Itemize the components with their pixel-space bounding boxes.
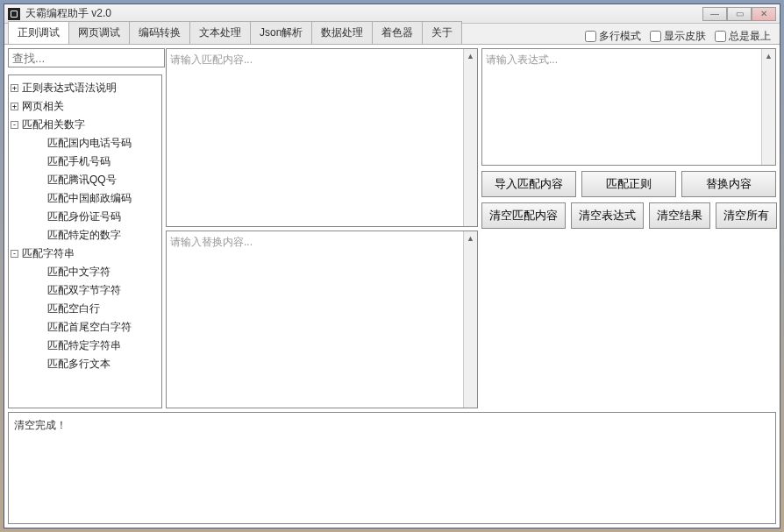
tree-node[interactable]: 匹配身份证号码 <box>11 208 160 226</box>
tree-node-label: 匹配字符串 <box>22 246 75 261</box>
tab-3[interactable]: 文本处理 <box>189 21 251 44</box>
collapse-icon[interactable]: - <box>11 250 18 258</box>
tab-2[interactable]: 编码转换 <box>129 21 190 44</box>
search-row: 查找 <box>8 48 162 71</box>
tree-node[interactable]: +网页相关 <box>11 97 160 116</box>
button-row-2: 清空匹配内容 清空表达式 清空结果 清空所有 <box>481 202 776 229</box>
replace-content-input[interactable] <box>167 231 463 408</box>
scrollbar[interactable]: ▲ <box>761 49 775 165</box>
button-row-1: 导入匹配内容 匹配正则 替换内容 <box>481 171 776 197</box>
tree-node[interactable]: -匹配字符串 <box>11 245 160 263</box>
tab-4[interactable]: Json解析 <box>250 21 312 44</box>
app-window: 天霸编程助手 v2.0 — ▭ ✕ 正则调试网页调试编码转换文本处理Json解析… <box>4 4 780 528</box>
tree-node-label: 正则表达式语法说明 <box>22 81 117 96</box>
multiline-checkbox[interactable]: 多行模式 <box>585 29 641 44</box>
close-button[interactable]: ✕ <box>752 7 776 21</box>
tree-node[interactable]: +正则表达式语法说明 <box>11 79 160 97</box>
tree-node-label: 匹配双字节字符 <box>47 283 121 298</box>
collapse-icon[interactable]: - <box>11 121 18 129</box>
expression-area: ▲ <box>481 48 776 166</box>
tab-0[interactable]: 正则调试 <box>8 21 69 44</box>
tree-node[interactable]: 匹配多行文本 <box>11 355 160 373</box>
tree-node[interactable]: 匹配腾讯QQ号 <box>11 171 160 189</box>
match-content-area: ▲ <box>166 48 478 227</box>
tree-node[interactable]: 匹配特定的数字 <box>11 226 160 245</box>
tree-node-label: 匹配国内电话号码 <box>47 136 132 151</box>
replace-content-area: ▲ <box>166 231 478 409</box>
upper-panel: 查找 +正则表达式语法说明+网页相关-匹配相关数字 匹配国内电话号码 匹配手机号… <box>8 48 776 408</box>
app-icon <box>8 8 20 20</box>
clear-result-button[interactable]: 清空结果 <box>649 202 710 229</box>
tree-node-label: 匹配特定的数字 <box>47 228 121 243</box>
tree-node[interactable]: 匹配空白行 <box>11 300 160 318</box>
right-panel: ▲ 导入匹配内容 匹配正则 替换内容 清空匹配内容 清空表达式 清空结果 清空所… <box>481 48 776 408</box>
showskin-checkbox[interactable]: 显示皮肤 <box>650 29 706 44</box>
window-controls: — ▭ ✕ <box>702 7 776 21</box>
minimize-button[interactable]: — <box>702 7 727 21</box>
clear-all-button[interactable]: 清空所有 <box>716 202 777 229</box>
tab-6[interactable]: 着色器 <box>372 21 423 44</box>
tree-node[interactable]: 匹配双字节字符 <box>11 281 160 300</box>
tree-node[interactable]: 匹配中文字符 <box>11 263 160 281</box>
tree-node-label: 匹配中国邮政编码 <box>47 191 132 206</box>
tree-node-label: 匹配手机号码 <box>47 154 110 169</box>
tree-node-label: 匹配特定字符串 <box>47 338 121 353</box>
maximize-button[interactable]: ▭ <box>727 7 752 21</box>
tree-node-label: 匹配空白行 <box>47 301 100 316</box>
tab-bar: 正则调试网页调试编码转换文本处理Json解析数据处理着色器关于 多行模式 显示皮… <box>4 24 780 45</box>
tree-node[interactable]: -匹配相关数字 <box>11 116 160 134</box>
tab-5[interactable]: 数据处理 <box>311 21 373 44</box>
tab-7[interactable]: 关于 <box>422 21 462 44</box>
expand-icon[interactable]: + <box>11 103 18 110</box>
center-panel: ▲ ▲ <box>166 48 478 408</box>
tab-1[interactable]: 网页调试 <box>68 21 130 44</box>
tree-node-label: 匹配中文字符 <box>47 265 110 280</box>
alwaystop-checkbox-input[interactable] <box>715 31 726 42</box>
left-panel: 查找 +正则表达式语法说明+网页相关-匹配相关数字 匹配国内电话号码 匹配手机号… <box>8 48 162 408</box>
scrollbar[interactable]: ▲ <box>463 49 477 226</box>
tree-node[interactable]: 匹配首尾空白字符 <box>11 318 160 337</box>
tree-node[interactable]: 匹配手机号码 <box>11 153 160 171</box>
clear-expr-button[interactable]: 清空表达式 <box>571 202 644 229</box>
tree-node-label: 匹配多行文本 <box>47 357 110 372</box>
expand-icon[interactable]: + <box>11 84 18 92</box>
regex-tree[interactable]: +正则表达式语法说明+网页相关-匹配相关数字 匹配国内电话号码 匹配手机号码 匹… <box>8 74 162 408</box>
log-text: 清空完成！ <box>14 419 67 431</box>
match-regex-button[interactable]: 匹配正则 <box>581 171 676 197</box>
tree-node-label: 匹配相关数字 <box>22 117 85 132</box>
main-area: 查找 +正则表达式语法说明+网页相关-匹配相关数字 匹配国内电话号码 匹配手机号… <box>4 45 780 528</box>
tree-node-label: 匹配腾讯QQ号 <box>47 173 117 188</box>
tree-node-label: 匹配身份证号码 <box>47 209 121 224</box>
alwaystop-checkbox[interactable]: 总是最上 <box>715 29 771 44</box>
replace-content-button[interactable]: 替换内容 <box>681 171 776 197</box>
match-content-input[interactable] <box>167 49 463 226</box>
window-title: 天霸编程助手 v2.0 <box>25 6 702 21</box>
expression-input[interactable] <box>482 49 761 165</box>
import-match-button[interactable]: 导入匹配内容 <box>481 171 576 197</box>
tree-node[interactable]: 匹配国内电话号码 <box>11 134 160 153</box>
log-output[interactable]: 清空完成！ <box>8 412 776 524</box>
showskin-checkbox-input[interactable] <box>650 31 661 42</box>
search-input[interactable] <box>8 48 165 67</box>
tree-node[interactable]: 匹配特定字符串 <box>11 337 160 355</box>
tree-node-label: 网页相关 <box>22 99 64 114</box>
clear-match-button[interactable]: 清空匹配内容 <box>481 202 566 229</box>
multiline-checkbox-input[interactable] <box>585 31 596 42</box>
tree-node[interactable]: 匹配中国邮政编码 <box>11 189 160 208</box>
tree-node-label: 匹配首尾空白字符 <box>47 320 132 335</box>
scrollbar[interactable]: ▲ <box>463 231 477 408</box>
